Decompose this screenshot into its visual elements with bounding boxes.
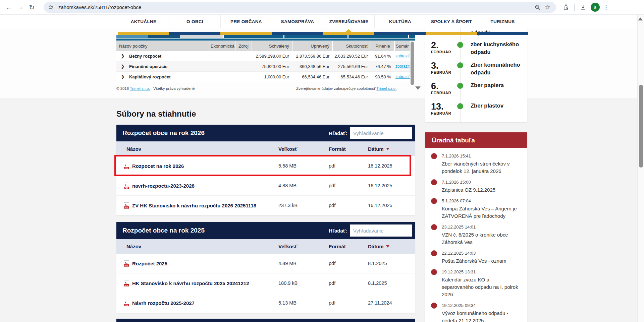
downloads-section-2026: Rozpočet obce na rok 2026 Hľadať: Názov …	[116, 125, 415, 215]
pdf-icon: PDF	[124, 300, 129, 306]
green-dot-icon	[457, 62, 463, 68]
col-sumar: Sumár	[395, 41, 411, 51]
scroll-up-icon[interactable]	[638, 17, 643, 20]
zobrazit-link[interactable]: zobraziť	[395, 74, 410, 79]
file-row: PDF Rozpocet na rok 2026 5.58 MB pdf 16.…	[116, 156, 415, 176]
trimel-link[interactable]: Trimel s.r.o.	[376, 86, 396, 90]
file-link[interactable]: PDF ZV HK Stanovisko k návrhu rozpočtu 2…	[116, 202, 278, 209]
pdf-icon: PDF	[124, 260, 129, 267]
file-date: 8.1.2025	[368, 280, 415, 286]
budget-table-header: Názov položky Ekonomická Zdroj Schválený…	[116, 41, 411, 51]
col-zdroj: Zdroj	[235, 41, 252, 51]
budget-table: Názov položky Ekonomická Zdroj Schválený…	[116, 41, 411, 82]
board-item-link[interactable]: Pošta Záhorská Ves - oznam	[442, 257, 506, 265]
board-item-link[interactable]: Vývoz komunálneho odpadu - nedeľa 21.12.…	[442, 310, 522, 322]
board-item-link[interactable]: Kalendár zvozu KO a separovaného odpadu …	[442, 276, 522, 298]
widget-scrollbar-thumb[interactable]	[411, 42, 414, 85]
pdf-icon: PDF	[124, 280, 129, 286]
file-format: pdf	[329, 203, 368, 208]
browser-menu-icon[interactable]: ⋮	[602, 4, 610, 11]
reload-icon[interactable]: ↻	[26, 2, 38, 13]
budget-row-bezny: ❯Bežný rozpočet 2,589,298.00 Eur 2,873,5…	[116, 51, 411, 61]
col-datum-sort[interactable]: Dátum	[368, 244, 415, 249]
nav-item-o-obci[interactable]: O OBCI	[169, 15, 220, 28]
budget-row-kapitalovy: ❯Kapitálový rozpočet 1,000.00 Eur 66,534…	[116, 72, 411, 82]
board-item-date: 22.12.2025 14:03	[442, 250, 506, 256]
board-item-date: 5.1.2026 07:04	[442, 198, 522, 204]
main-navigation: AKTUÁLNE O OBCI PRE OBČANA SAMOSPRÁVA ZV…	[118, 15, 528, 28]
svg-text:PDF: PDF	[125, 284, 129, 286]
calendar-day: 13.	[431, 102, 457, 111]
board-item-link[interactable]: Zber vianočných stromčekov v pondelok 12…	[442, 160, 522, 175]
calendar-item: 2. FEBRUÁR zber kuchynského odpadu	[431, 40, 527, 60]
trimel-link[interactable]: Trimel s.r.o.	[130, 86, 150, 90]
nav-underline-stripe	[118, 32, 528, 35]
calendar-day: 3.	[431, 61, 457, 70]
col-nazov-polozky: Názov položky	[116, 41, 210, 51]
profile-avatar[interactable]: a	[591, 3, 600, 12]
page-scrollbar[interactable]	[637, 15, 644, 322]
col-skutocnost: Skutočnosť	[333, 41, 371, 51]
board-item: 19.12.2025 13:31 Kalendár zvozu KO a sep…	[431, 269, 522, 302]
nav-item-turizmus[interactable]: TURIZMUS	[477, 15, 528, 28]
file-row: PDF navrh-rozpoctu-2023-2028 4.88 MB pdf…	[116, 176, 415, 196]
url-text[interactable]: zahorskaves.sk/25811/rozpocet-obce	[58, 4, 533, 10]
file-date: 16.12.2025	[368, 203, 415, 208]
file-link[interactable]: PDF Rozpocet na rok 2026	[116, 163, 278, 169]
file-format: pdf	[329, 280, 368, 286]
expand-icon[interactable]: ❯	[121, 54, 124, 58]
board-item-link[interactable]: Zápisnica OZ 9.12.2025	[442, 186, 495, 194]
site-info-icon[interactable]	[47, 3, 56, 12]
downloads-section-2025: Rozpočet obce na rok 2025 Hľadať: Názov …	[116, 222, 415, 313]
red-dot-icon	[431, 224, 437, 230]
col-plnenie: Plnenie	[371, 41, 395, 51]
search-input[interactable]	[350, 127, 412, 139]
nav-item-aktualne[interactable]: AKTUÁLNE	[118, 15, 169, 28]
section-title: Rozpočet obce na rok 2025	[122, 227, 329, 234]
bookmark-star-icon[interactable]: ☆	[543, 2, 553, 12]
nav-item-kultura[interactable]: KULTÚRA	[374, 15, 426, 28]
file-row: PDF Návrh rozpočtu 2025-2027 5.13 MB pdf…	[116, 293, 415, 313]
widget-scroll-down-icon[interactable]	[415, 86, 421, 90]
file-link[interactable]: PDF Návrh rozpočtu 2025-2027	[116, 300, 278, 306]
section-header: Rozpočet obce na rok 2025 Hľadať:	[116, 222, 415, 239]
file-link[interactable]: PDF navrh-rozpoctu-2023-2028	[116, 183, 278, 189]
back-icon[interactable]: ←	[3, 2, 15, 13]
col-ekonomicka: Ekonomická	[210, 41, 235, 51]
address-bar[interactable]: zahorskaves.sk/25811/rozpocet-obce ☆	[44, 2, 556, 13]
calendar-event: zber kuchynského odpadu	[471, 41, 527, 60]
page-scrollbar-thumb[interactable]	[639, 85, 643, 168]
board-item-link[interactable]: VZN č. 6/2025 o kronike obce Záhorská Ve…	[442, 231, 522, 246]
official-board-card: Úradná tabuľa 7.1.2026 15:41 Zber vianoč…	[425, 132, 527, 322]
zobrazit-link[interactable]: zobraziť	[395, 64, 410, 69]
toolbar-divider	[574, 4, 575, 11]
expand-icon[interactable]: ❯	[121, 64, 124, 69]
file-link[interactable]: PDF Rozpočet 2025	[116, 260, 278, 267]
calendar-day: 6.	[431, 81, 457, 91]
sort-desc-icon	[386, 148, 389, 150]
file-format: pdf	[329, 183, 368, 188]
calendar-event: Zber plastov	[471, 102, 527, 122]
widget-tab-stripe	[116, 35, 415, 38]
calendar-item: 13. FEBRUÁR Zber plastov	[431, 101, 527, 122]
expand-icon[interactable]: ❯	[121, 74, 124, 79]
col-velkost: Veľkosť	[278, 244, 329, 249]
forward-icon[interactable]: →	[15, 2, 26, 13]
nav-item-pre-obcana[interactable]: PRE OBČANA	[220, 15, 272, 28]
zoom-out-icon[interactable]	[533, 2, 543, 12]
col-datum-sort[interactable]: Dátum	[368, 146, 415, 152]
search-input[interactable]	[350, 224, 412, 237]
nav-item-spolky-a-sport[interactable]: SPOLKY A ŠPORT	[426, 15, 477, 28]
nav-item-zverejnovanie[interactable]: ZVEREJŇOVANIE	[323, 15, 374, 28]
pdf-icon: PDF	[124, 183, 129, 189]
board-item-link[interactable]: Kompa Záhorská Ves – Angern je ZATVORENÁ…	[442, 205, 522, 220]
file-link[interactable]: PDF HK Stanovisko k návrhu rozpočtu 2025…	[116, 280, 278, 286]
search-label: Hľadať:	[329, 228, 347, 234]
board-item: 7.1.2026 15:41 Zber vianočných stromčeko…	[431, 153, 522, 179]
downloads-icon[interactable]	[577, 2, 589, 13]
extensions-icon[interactable]	[560, 2, 572, 13]
board-item: 19.12.2025 09:34 Vývoz komunálneho odpad…	[431, 302, 522, 322]
col-format: Formát	[329, 244, 368, 249]
zobrazit-link[interactable]: zobraziť	[395, 54, 410, 58]
nav-item-samosprava[interactable]: SAMOSPRÁVA	[272, 15, 323, 28]
